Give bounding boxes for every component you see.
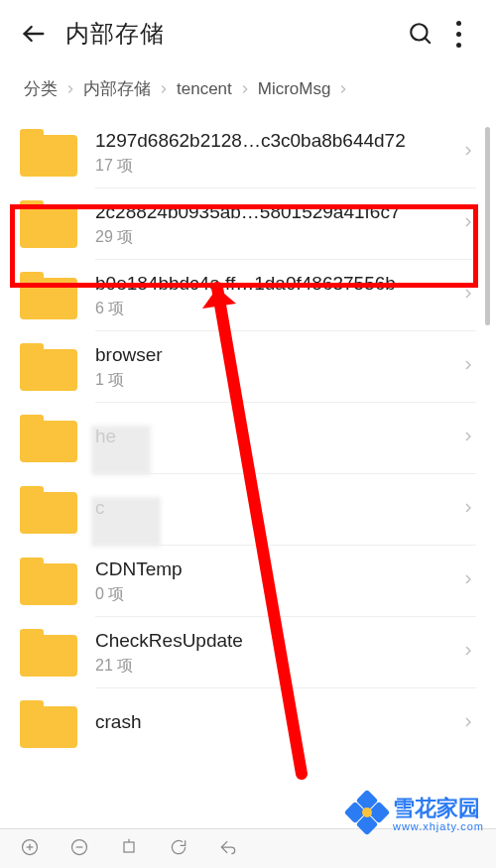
folder-count: 1 项 [95, 370, 460, 391]
folder-name: CDNTemp [95, 558, 460, 580]
chevron-right-icon [460, 571, 476, 591]
watermark-brand: 雪花家园 [393, 796, 480, 820]
folder-name: CheckResUpdate [95, 630, 460, 652]
folder-icon [20, 272, 77, 319]
list-item[interactable]: b0e184bbdc4a ff…1da0f48637556b 6 项 [0, 260, 496, 331]
tool-icon[interactable] [20, 837, 40, 861]
snowflake-icon [347, 793, 387, 832]
folder-count: 17 项 [95, 156, 460, 177]
folder-count: 0 项 [95, 584, 460, 605]
chevron-right-icon [334, 79, 352, 99]
folder-icon [20, 558, 77, 605]
folder-icon [20, 629, 77, 677]
folder-count: 29 项 [95, 227, 460, 248]
chevron-right-icon [460, 357, 476, 377]
tool-icon[interactable] [119, 837, 139, 861]
back-button[interactable] [20, 20, 56, 48]
chevron-right-icon [236, 79, 254, 99]
folder-icon [20, 200, 77, 248]
list-item[interactable]: crash [0, 688, 496, 760]
folder-name: b0e184bbdc4a ff…1da0f48637556b [95, 273, 460, 295]
breadcrumb-item[interactable]: 内部存储 [79, 77, 155, 100]
chevron-right-icon [460, 714, 476, 734]
list-item[interactable]: CDNTemp 0 项 [0, 546, 496, 617]
breadcrumb-item[interactable]: tencent [173, 79, 236, 99]
chevron-right-icon [460, 214, 476, 234]
folder-name: 2c28824b0935ab…5801529a41f6c7 [95, 201, 460, 223]
list-item[interactable]: c [0, 474, 496, 546]
svg-rect-9 [124, 842, 134, 852]
chevron-right-icon [460, 286, 476, 306]
folder-count: 6 项 [95, 299, 460, 319]
folder-list: 1297d6862b2128…c3c0ba8b644d72 17 项 2c288… [0, 117, 496, 828]
pixelation-overlay [91, 497, 161, 547]
folder-icon [20, 129, 77, 177]
watermark-url: www.xhjaty.com [393, 820, 484, 832]
watermark: 雪花家园 www.xhjaty.com [347, 793, 484, 832]
tool-icon[interactable] [69, 837, 89, 861]
more-button[interactable] [440, 18, 476, 51]
svg-line-1 [425, 38, 430, 43]
list-item[interactable]: CheckResUpdate 21 项 [0, 617, 496, 688]
folder-icon [20, 415, 77, 462]
list-item[interactable]: 2c28824b0935ab…5801529a41f6c7 29 项 [0, 188, 496, 260]
pixelation-overlay [91, 426, 151, 475]
chevron-right-icon [460, 643, 476, 663]
svg-point-0 [411, 24, 427, 40]
page-title: 内部存储 [65, 18, 401, 50]
folder-name: crash [95, 711, 460, 733]
list-item[interactable]: he [0, 403, 496, 474]
folder-name: 1297d6862b2128…c3c0ba8b644d72 [95, 130, 460, 152]
back-icon[interactable] [218, 837, 238, 861]
folder-icon [20, 343, 77, 391]
folder-icon [20, 486, 77, 534]
breadcrumb-item[interactable]: 分类 [20, 77, 62, 100]
search-button[interactable] [401, 21, 440, 47]
breadcrumb-item[interactable]: MicroMsg [254, 79, 335, 99]
chevron-right-icon [62, 79, 79, 99]
list-item[interactable]: 1297d6862b2128…c3c0ba8b644d72 17 项 [0, 117, 496, 188]
chevron-right-icon [460, 429, 476, 448]
bottom-toolbar [0, 828, 496, 868]
app-header: 内部存储 [0, 0, 496, 67]
list-item[interactable]: browser 1 项 [0, 331, 496, 403]
chevron-right-icon [460, 143, 476, 163]
folder-count: 21 项 [95, 656, 460, 677]
chevron-right-icon [155, 79, 173, 99]
folder-icon [20, 700, 77, 748]
chevron-right-icon [460, 500, 476, 520]
breadcrumb: 分类 内部存储 tencent MicroMsg [0, 67, 496, 114]
refresh-icon[interactable] [169, 837, 188, 861]
folder-name: browser [95, 344, 460, 366]
